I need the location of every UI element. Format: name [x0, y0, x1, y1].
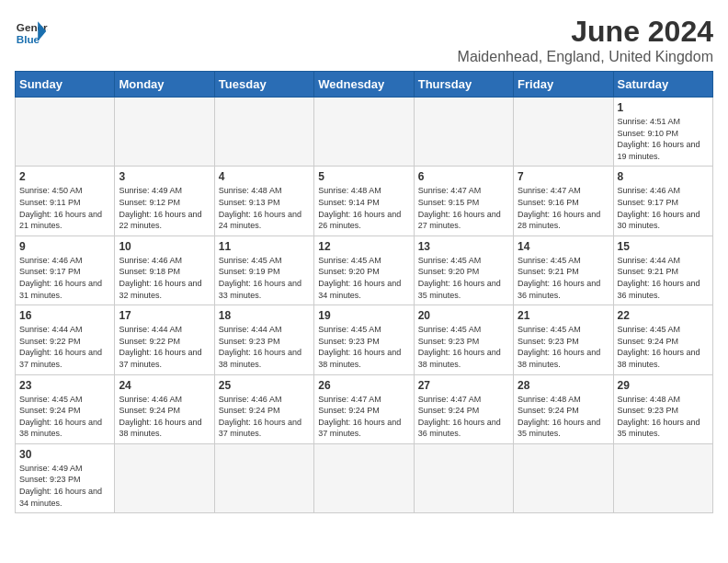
- calendar-cell: 19Sunrise: 4:45 AMSunset: 9:23 PMDayligh…: [314, 305, 414, 374]
- calendar-cell: 22Sunrise: 4:45 AMSunset: 9:24 PMDayligh…: [613, 305, 712, 374]
- day-number: 17: [119, 309, 210, 322]
- calendar-cell: [514, 443, 613, 512]
- week-row-1: 1Sunrise: 4:51 AMSunset: 9:10 PMDaylight…: [16, 98, 713, 167]
- day-info: Sunrise: 4:45 AMSunset: 9:24 PMDaylight:…: [618, 324, 709, 370]
- week-row-4: 16Sunrise: 4:44 AMSunset: 9:22 PMDayligh…: [16, 305, 713, 374]
- logo-icon: General Blue: [15, 15, 48, 48]
- day-header-thursday: Thursday: [414, 72, 513, 98]
- calendar-cell: 6Sunrise: 4:47 AMSunset: 9:15 PMDaylight…: [414, 167, 513, 236]
- day-header-friday: Friday: [514, 72, 613, 98]
- day-header-monday: Monday: [115, 72, 214, 98]
- day-info: Sunrise: 4:47 AMSunset: 9:16 PMDaylight:…: [518, 185, 609, 231]
- day-info: Sunrise: 4:48 AMSunset: 9:13 PMDaylight:…: [219, 185, 310, 231]
- day-number: 9: [19, 240, 110, 253]
- day-number: 22: [618, 309, 709, 322]
- calendar-cell: [314, 443, 414, 512]
- day-number: 15: [618, 240, 709, 253]
- day-headers-row: SundayMondayTuesdayWednesdayThursdayFrid…: [16, 72, 713, 98]
- day-header-sunday: Sunday: [16, 72, 115, 98]
- day-info: Sunrise: 4:47 AMSunset: 9:15 PMDaylight:…: [418, 185, 509, 231]
- day-info: Sunrise: 4:46 AMSunset: 9:17 PMDaylight:…: [19, 255, 110, 301]
- week-row-3: 9Sunrise: 4:46 AMSunset: 9:17 PMDaylight…: [16, 236, 713, 304]
- day-number: 7: [518, 170, 609, 183]
- calendar-cell: 3Sunrise: 4:49 AMSunset: 9:12 PMDaylight…: [115, 167, 214, 236]
- calendar-subtitle: Maidenhead, England, United Kingdom: [458, 49, 713, 65]
- day-number: 30: [19, 448, 110, 461]
- day-number: 14: [518, 240, 609, 253]
- calendar-cell: 23Sunrise: 4:45 AMSunset: 9:24 PMDayligh…: [16, 374, 115, 443]
- day-number: 28: [518, 379, 609, 392]
- day-number: 16: [19, 309, 110, 322]
- calendar-header: General Blue June 2024 Maidenhead, Engla…: [15, 15, 713, 65]
- calendar-cell: [115, 443, 214, 512]
- week-row-6: 30Sunrise: 4:49 AMSunset: 9:23 PMDayligh…: [16, 443, 713, 512]
- day-number: 5: [318, 170, 409, 183]
- day-number: 11: [219, 240, 310, 253]
- calendar-cell: 16Sunrise: 4:44 AMSunset: 9:22 PMDayligh…: [16, 305, 115, 374]
- day-number: 21: [518, 309, 609, 322]
- calendar-cell: 9Sunrise: 4:46 AMSunset: 9:17 PMDaylight…: [16, 236, 115, 304]
- calendar-cell: [16, 98, 115, 167]
- calendar-cell: 30Sunrise: 4:49 AMSunset: 9:23 PMDayligh…: [16, 443, 115, 512]
- day-header-saturday: Saturday: [613, 72, 712, 98]
- calendar-cell: 28Sunrise: 4:48 AMSunset: 9:24 PMDayligh…: [514, 374, 613, 443]
- calendar-cell: 10Sunrise: 4:46 AMSunset: 9:18 PMDayligh…: [115, 236, 214, 304]
- day-number: 25: [219, 379, 310, 392]
- day-info: Sunrise: 4:45 AMSunset: 9:23 PMDaylight:…: [418, 324, 509, 370]
- day-info: Sunrise: 4:50 AMSunset: 9:11 PMDaylight:…: [19, 185, 110, 231]
- calendar-cell: 4Sunrise: 4:48 AMSunset: 9:13 PMDaylight…: [214, 167, 313, 236]
- calendar-cell: 15Sunrise: 4:44 AMSunset: 9:21 PMDayligh…: [613, 236, 712, 304]
- day-info: Sunrise: 4:49 AMSunset: 9:23 PMDaylight:…: [19, 463, 110, 509]
- calendar-cell: [414, 443, 513, 512]
- day-info: Sunrise: 4:46 AMSunset: 9:18 PMDaylight:…: [119, 255, 210, 301]
- day-info: Sunrise: 4:44 AMSunset: 9:21 PMDaylight:…: [618, 255, 709, 301]
- calendar-cell: 1Sunrise: 4:51 AMSunset: 9:10 PMDaylight…: [613, 98, 712, 167]
- day-info: Sunrise: 4:44 AMSunset: 9:23 PMDaylight:…: [219, 324, 310, 370]
- calendar-cell: 20Sunrise: 4:45 AMSunset: 9:23 PMDayligh…: [414, 305, 513, 374]
- day-number: 26: [318, 379, 409, 392]
- day-number: 10: [119, 240, 210, 253]
- logo: General Blue: [15, 15, 48, 48]
- calendar-cell: 5Sunrise: 4:48 AMSunset: 9:14 PMDaylight…: [314, 167, 414, 236]
- day-number: 12: [318, 240, 409, 253]
- calendar-cell: 2Sunrise: 4:50 AMSunset: 9:11 PMDaylight…: [16, 167, 115, 236]
- day-number: 2: [19, 170, 110, 183]
- day-info: Sunrise: 4:45 AMSunset: 9:24 PMDaylight:…: [19, 394, 110, 440]
- day-info: Sunrise: 4:49 AMSunset: 9:12 PMDaylight:…: [119, 185, 210, 231]
- day-header-wednesday: Wednesday: [314, 72, 414, 98]
- calendar-cell: 18Sunrise: 4:44 AMSunset: 9:23 PMDayligh…: [214, 305, 313, 374]
- day-info: Sunrise: 4:48 AMSunset: 9:14 PMDaylight:…: [318, 185, 409, 231]
- day-header-tuesday: Tuesday: [214, 72, 313, 98]
- calendar-cell: 12Sunrise: 4:45 AMSunset: 9:20 PMDayligh…: [314, 236, 414, 304]
- day-info: Sunrise: 4:47 AMSunset: 9:24 PMDaylight:…: [318, 394, 409, 440]
- day-info: Sunrise: 4:45 AMSunset: 9:20 PMDaylight:…: [418, 255, 509, 301]
- day-info: Sunrise: 4:45 AMSunset: 9:21 PMDaylight:…: [518, 255, 609, 301]
- day-info: Sunrise: 4:47 AMSunset: 9:24 PMDaylight:…: [418, 394, 509, 440]
- calendar-table: SundayMondayTuesdayWednesdayThursdayFrid…: [15, 71, 713, 513]
- calendar-cell: [514, 98, 613, 167]
- calendar-cell: 13Sunrise: 4:45 AMSunset: 9:20 PMDayligh…: [414, 236, 513, 304]
- day-number: 20: [418, 309, 509, 322]
- day-info: Sunrise: 4:45 AMSunset: 9:19 PMDaylight:…: [219, 255, 310, 301]
- calendar-cell: 27Sunrise: 4:47 AMSunset: 9:24 PMDayligh…: [414, 374, 513, 443]
- calendar-cell: 26Sunrise: 4:47 AMSunset: 9:24 PMDayligh…: [314, 374, 414, 443]
- day-number: 4: [219, 170, 310, 183]
- day-info: Sunrise: 4:46 AMSunset: 9:17 PMDaylight:…: [618, 185, 709, 231]
- day-info: Sunrise: 4:51 AMSunset: 9:10 PMDaylight:…: [618, 116, 709, 162]
- day-info: Sunrise: 4:45 AMSunset: 9:23 PMDaylight:…: [518, 324, 609, 370]
- calendar-cell: [214, 443, 313, 512]
- calendar-cell: 8Sunrise: 4:46 AMSunset: 9:17 PMDaylight…: [613, 167, 712, 236]
- day-number: 19: [318, 309, 409, 322]
- day-info: Sunrise: 4:46 AMSunset: 9:24 PMDaylight:…: [119, 394, 210, 440]
- day-number: 13: [418, 240, 509, 253]
- calendar-title: June 2024: [458, 15, 713, 49]
- day-info: Sunrise: 4:45 AMSunset: 9:23 PMDaylight:…: [318, 324, 409, 370]
- calendar-cell: [115, 98, 214, 167]
- day-number: 23: [19, 379, 110, 392]
- calendar-cell: 7Sunrise: 4:47 AMSunset: 9:16 PMDaylight…: [514, 167, 613, 236]
- day-info: Sunrise: 4:44 AMSunset: 9:22 PMDaylight:…: [19, 324, 110, 370]
- day-number: 6: [418, 170, 509, 183]
- day-info: Sunrise: 4:45 AMSunset: 9:20 PMDaylight:…: [318, 255, 409, 301]
- calendar-cell: 17Sunrise: 4:44 AMSunset: 9:22 PMDayligh…: [115, 305, 214, 374]
- calendar-cell: [214, 98, 313, 167]
